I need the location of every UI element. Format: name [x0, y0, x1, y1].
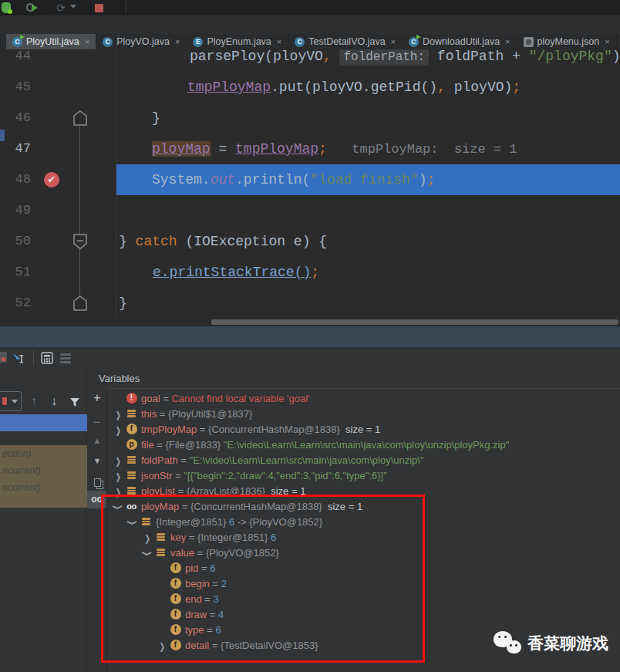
variable-row-goal[interactable]: !goal = Cannot find local variable 'goal… [108, 390, 620, 406]
tree-chevron-icon[interactable]: ❯ [113, 408, 123, 420]
tree-chevron-icon[interactable]: ❯ [113, 470, 123, 481]
tree-chevron-icon[interactable]: ❯ [113, 501, 123, 512]
tab-DownloadUtil.java[interactable]: CDownloadUtil.java× [403, 34, 517, 49]
resume-program-icon[interactable] [26, 2, 37, 13]
remove-watch-icon[interactable]: − [87, 415, 107, 431]
variable-row-key[interactable]: ❯key = {Integer@1851} 6 [108, 529, 620, 545]
stop-icon[interactable] [95, 4, 103, 12]
watch-icon: oo [126, 501, 136, 511]
line-number: 44 [5, 49, 31, 72]
breakpoint-icon[interactable]: ✔ [44, 172, 59, 187]
selected-frame-row[interactable] [0, 414, 87, 431]
fold-marker-icon[interactable] [73, 110, 87, 129]
variable-name: tmpPloyMap [141, 424, 197, 435]
tab-TestDetailVO.java[interactable]: CTestDetailVO.java× [288, 34, 403, 49]
tab-PloyVO.java[interactable]: CPloyVO.java× [96, 34, 187, 49]
frame-row[interactable]: ncurrent) [0, 462, 87, 479]
value-icon [157, 532, 165, 542]
tree-chevron-icon[interactable]: ❯ [128, 516, 138, 528]
tab-ployMenu.json[interactable]: ployMenu.json× [517, 34, 617, 49]
variable-row-jsonStr[interactable]: ❯jsonStr = "[{"begin":2,"draw":4,"end":3… [108, 468, 620, 483]
line-number: 49 [5, 195, 31, 226]
variable-type-icon-slot: p [126, 439, 137, 450]
variable-row-ployMap[interactable]: ❯ooployMap = {ConcurrentHashMap@1838} si… [108, 498, 620, 514]
run-badge-icon [20, 35, 25, 39]
evaluate-expression-icon[interactable] [41, 352, 53, 367]
run-to-cursor-icon[interactable] [12, 352, 25, 367]
tree-chevron-icon[interactable]: ❯ [143, 532, 153, 543]
code-line-48[interactable]: 48✔System.out.println("load finish"); [0, 164, 620, 195]
variable-row-file[interactable]: pfile = {File@1833} "E:\video\Learn\Lear… [108, 437, 620, 452]
variable-value: {PloyVO@1852} [206, 547, 279, 559]
debug-icon[interactable] [2, 2, 11, 13]
rerun-icon[interactable]: ⟳ [56, 2, 67, 13]
frame-up-icon[interactable]: ↑ [31, 391, 37, 411]
variable-row-value[interactable]: ❯value = {PloyVO@1852} [108, 545, 620, 560]
tab-PloyUtil.java[interactable]: CPloyUtil.java× [6, 34, 96, 49]
variable-row[interactable]: ❯{Integer@1851} 6 -> {PloyVO@1852} [108, 514, 620, 529]
variable-type-icon-slot: f [170, 624, 181, 635]
tab-PloyEnum.java[interactable]: EPloyEnum.java× [187, 34, 288, 49]
horizontal-scrollbar[interactable] [211, 319, 618, 325]
fold-marker-icon[interactable] [73, 234, 87, 252]
chevron-down-icon [12, 400, 18, 404]
tree-chevron-icon[interactable]: ❯ [157, 640, 167, 651]
code-line-51[interactable]: 51e.printStackTrace(); [0, 257, 620, 288]
variable-row-foldPath[interactable]: ❯foldPath = "E:\video\Learn\Learn\src\ma… [108, 452, 620, 468]
variable-type-icon-slot [126, 471, 137, 480]
thread-dropdown[interactable] [0, 391, 22, 411]
code-line-45[interactable]: 45tmpPloyMap.put(ployVO.getPid(), ployVO… [0, 72, 620, 103]
move-up-icon[interactable]: ▲ [87, 436, 107, 445]
variable-type-icon-slot: f [170, 593, 181, 604]
wechat-icon [492, 628, 524, 659]
code-editor[interactable]: 44parsePloy(ployVO, folderPath: foldPath… [0, 49, 620, 326]
show-watches-toggle-icon[interactable]: oo [87, 491, 106, 508]
tree-chevron-icon[interactable]: ❯ [143, 547, 153, 559]
variable-value: {Integer@1851} [156, 516, 229, 528]
variable-row-tmpPloyMap[interactable]: ❯ftmpPloyMap = {ConcurrentHashMap@1838} … [108, 421, 620, 437]
code-line-46[interactable]: 46} [0, 103, 620, 133]
duplicate-icon[interactable] [87, 476, 107, 490]
variable-row-this[interactable]: ❯this = {PloyUtil$1@1837} [108, 406, 620, 421]
close-icon[interactable]: × [175, 37, 180, 46]
code-line-52[interactable]: 52} [0, 288, 620, 319]
line-number: 52 [5, 288, 31, 319]
close-icon[interactable]: × [605, 37, 609, 46]
variable-row-begin[interactable]: fbegin = 2 [108, 576, 620, 591]
close-icon[interactable]: × [391, 37, 396, 46]
tree-chevron-icon[interactable]: ❯ [113, 485, 123, 497]
equals-sign: = [179, 501, 190, 512]
frame-row[interactable]: ncurrent) [0, 479, 87, 496]
close-icon[interactable]: × [505, 37, 510, 46]
variable-value: size = 1 [322, 501, 362, 512]
frame-row[interactable]: ection) [0, 445, 87, 462]
variable-row-end[interactable]: fend = 3 [108, 591, 620, 606]
variable-row-pid[interactable]: fpid = 6 [108, 560, 620, 576]
variable-name: begin [185, 578, 210, 589]
tree-chevron-icon[interactable]: ❯ [113, 454, 123, 466]
code-line-50[interactable]: 50} catch (IOException e) { [0, 226, 620, 257]
variable-value: Cannot find local variable 'goal' [171, 393, 309, 404]
line-number: 50 [5, 226, 31, 257]
field-icon: f [170, 562, 181, 573]
filter-icon[interactable] [69, 397, 80, 410]
code-line-47[interactable]: 47ployMap = tmpPloyMap; tmpPloyMap: size… [0, 133, 620, 164]
move-down-icon[interactable]: ▼ [87, 456, 107, 465]
fold-marker-icon[interactable] [73, 295, 87, 314]
code-line-49[interactable]: 49 [0, 195, 620, 226]
variable-type-icon-slot [155, 532, 167, 542]
class-icon: C [409, 37, 419, 47]
mute-breakpoints-icon[interactable] [0, 352, 7, 363]
tree-chevron-icon[interactable]: ❯ [113, 424, 123, 435]
close-icon[interactable]: × [277, 37, 281, 46]
frame-down-icon[interactable]: ↓ [51, 391, 57, 411]
variable-row-draw[interactable]: fdraw = 4 [108, 606, 620, 622]
add-watch-icon[interactable]: + [87, 390, 107, 406]
code-line-44[interactable]: 44parsePloy(ployVO, folderPath: foldPath… [0, 49, 620, 72]
editor-tab-bar: CPloyUtil.java×CPloyVO.java×EPloyEnum.ja… [0, 34, 620, 49]
layout-settings-icon[interactable] [60, 352, 71, 365]
chevron-down-icon[interactable] [70, 5, 76, 8]
close-icon[interactable]: × [85, 37, 89, 46]
line-number: 51 [5, 257, 31, 288]
variable-row-ployList[interactable]: ❯ployList = {ArrayList@1836} size = 1 [108, 483, 620, 498]
